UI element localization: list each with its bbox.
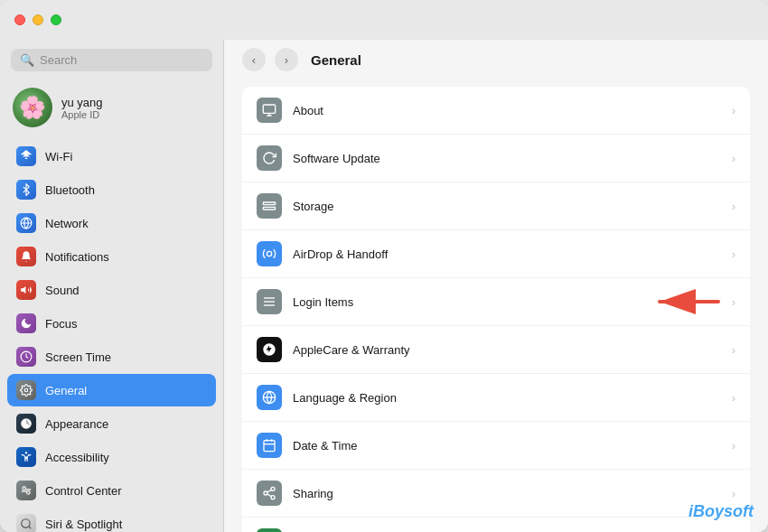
- chevron-right-icon: ›: [732, 247, 735, 261]
- svg-line-12: [29, 527, 32, 529]
- forward-button[interactable]: ›: [275, 48, 298, 71]
- search-icon: 🔍: [20, 53, 34, 67]
- siri-icon: [16, 514, 36, 532]
- watermark: iBoysoft: [688, 502, 754, 521]
- maximize-button[interactable]: [51, 14, 61, 25]
- network-icon: [16, 213, 36, 233]
- settings-group-general: About›Software Update›Storage›AirDrop & …: [242, 87, 750, 532]
- applecare-label: AppleCare & Warranty: [293, 343, 732, 357]
- settings-row-about[interactable]: About›: [242, 87, 750, 135]
- controlcenter-label: Control Center: [45, 484, 122, 498]
- back-button[interactable]: ‹: [242, 48, 266, 71]
- loginitems-icon: [257, 289, 282, 314]
- network-label: Network: [45, 217, 89, 230]
- main-window: 🔍 Search 🌸 yu yang Apple ID Wi-FiBluetoo…: [0, 0, 768, 532]
- nav-bar: ‹ › General: [224, 40, 768, 79]
- chevron-right-icon: ›: [732, 152, 735, 165]
- chevron-right-icon: ›: [732, 439, 735, 453]
- main-content: ‹ › General About›Software Update›Storag…: [224, 40, 768, 532]
- svg-marker-2: [21, 286, 25, 294]
- red-arrow: [651, 288, 723, 315]
- sidebar-item-wifi[interactable]: Wi-Fi: [7, 140, 216, 173]
- settings-row-applecare[interactable]: AppleCare & Warranty›: [242, 326, 750, 374]
- datetime-label: Date & Time: [293, 439, 732, 453]
- bluetooth-icon: [16, 180, 36, 200]
- bluetooth-label: Bluetooth: [45, 183, 95, 197]
- airdrop-icon: [257, 241, 282, 266]
- minimize-button[interactable]: [33, 14, 43, 25]
- svg-point-4: [24, 388, 28, 392]
- applecare-icon: [257, 337, 282, 362]
- watermark-suffix: Boysoft: [693, 502, 754, 520]
- arrow-annotation: [651, 288, 723, 315]
- search-bar[interactable]: 🔍 Search: [11, 49, 212, 71]
- sidebar-list: Wi-FiBluetoothNetworkNotificationsSoundF…: [0, 140, 223, 532]
- svg-point-11: [22, 519, 30, 527]
- settings-row-airdrop[interactable]: AirDrop & Handoff›: [242, 230, 750, 278]
- svg-point-29: [271, 487, 275, 490]
- appearance-icon: [16, 414, 36, 434]
- storage-icon: [257, 193, 282, 219]
- sidebar-item-screentime[interactable]: Screen Time: [7, 341, 216, 373]
- avatar-image: 🌸: [19, 95, 46, 120]
- user-name: yu yang: [61, 96, 103, 109]
- settings-row-storage[interactable]: Storage›: [242, 182, 750, 230]
- sidebar-item-bluetooth[interactable]: Bluetooth: [7, 173, 216, 206]
- chevron-right-icon: ›: [732, 295, 735, 309]
- sidebar-item-appearance[interactable]: Appearance: [7, 407, 216, 440]
- avatar: 🌸: [13, 88, 52, 127]
- airdrop-label: AirDrop & Handoff: [293, 247, 732, 261]
- close-button[interactable]: [14, 14, 25, 25]
- settings-row-softwareupdate[interactable]: Software Update›: [242, 135, 750, 182]
- notifications-icon: [16, 247, 36, 266]
- sound-label: Sound: [45, 284, 80, 297]
- settings-row-datetime[interactable]: Date & Time›: [242, 422, 750, 470]
- sidebar-item-controlcenter[interactable]: Control Center: [7, 474, 216, 507]
- content-area: 🔍 Search 🌸 yu yang Apple ID Wi-FiBluetoo…: [0, 40, 768, 532]
- general-icon: [16, 380, 36, 400]
- sharing-icon: [257, 481, 282, 506]
- svg-line-32: [267, 494, 272, 497]
- sidebar-item-sound[interactable]: Sound: [7, 274, 216, 306]
- svg-point-30: [264, 491, 267, 495]
- sidebar-item-network[interactable]: Network: [7, 207, 216, 239]
- about-icon: [257, 98, 282, 123]
- sidebar-item-accessibility[interactable]: Accessibility: [7, 441, 216, 473]
- sound-icon: [16, 280, 36, 300]
- settings-list: About›Software Update›Storage›AirDrop & …: [224, 79, 768, 532]
- controlcenter-icon: [16, 481, 36, 500]
- svg-point-7: [23, 487, 26, 490]
- svg-point-6: [25, 452, 27, 453]
- titlebar: [0, 0, 768, 40]
- sidebar-item-notifications[interactable]: Notifications: [7, 240, 216, 273]
- accessibility-icon: [16, 447, 36, 467]
- user-info: yu yang Apple ID: [61, 96, 103, 120]
- svg-point-8: [27, 491, 30, 495]
- chevron-right-icon: ›: [732, 104, 735, 117]
- sharing-label: Sharing: [293, 487, 732, 500]
- sidebar: 🔍 Search 🌸 yu yang Apple ID Wi-FiBluetoo…: [0, 40, 224, 532]
- general-label: General: [45, 384, 87, 397]
- language-label: Language & Region: [293, 391, 732, 405]
- settings-row-language[interactable]: Language & Region›: [242, 374, 750, 422]
- settings-row-sharing[interactable]: Sharing›: [242, 470, 750, 518]
- notifications-label: Notifications: [45, 250, 109, 264]
- svg-rect-16: [263, 202, 275, 205]
- sidebar-item-general[interactable]: General: [7, 374, 216, 406]
- sidebar-item-siri[interactable]: Siri & Spotlight: [7, 508, 216, 532]
- settings-row-timemachine[interactable]: Time Machine›: [242, 518, 750, 532]
- svg-rect-25: [264, 441, 275, 452]
- focus-icon: [16, 313, 36, 333]
- softwareupdate-icon: [257, 145, 282, 171]
- chevron-right-icon: ›: [732, 487, 735, 500]
- about-label: About: [293, 104, 732, 117]
- datetime-icon: [257, 433, 282, 458]
- sidebar-item-focus[interactable]: Focus: [7, 307, 216, 340]
- appearance-label: Appearance: [45, 417, 108, 431]
- svg-line-33: [267, 490, 272, 492]
- screentime-label: Screen Time: [45, 350, 111, 364]
- user-profile[interactable]: 🌸 yu yang Apple ID: [0, 80, 223, 135]
- wifi-label: Wi-Fi: [45, 150, 72, 163]
- chevron-right-icon: ›: [732, 200, 735, 213]
- settings-row-loginitems[interactable]: Login Items ›: [242, 278, 750, 326]
